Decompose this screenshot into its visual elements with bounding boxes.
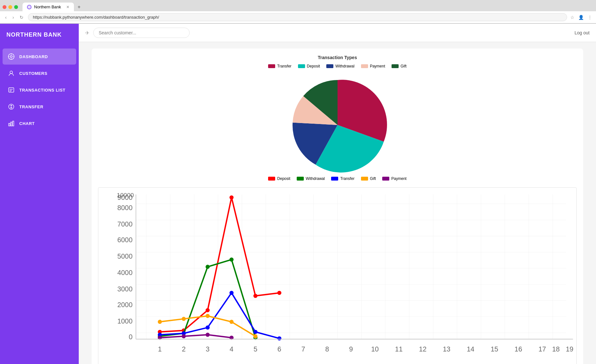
forward-button[interactable]: › <box>11 14 15 21</box>
nav-icon: ✈ <box>85 30 89 36</box>
sidebar-item-transactions[interactable]: TRANSACTIONS LIST <box>3 82 76 98</box>
line-label-gift: Gift <box>370 176 376 181</box>
dot-deposit-5 <box>253 294 257 298</box>
app-logo: NORTHERN BANK <box>0 24 79 46</box>
legend-label-gift: Gift <box>401 64 407 68</box>
sidebar-item-label: DASHBOARD <box>19 54 48 59</box>
maximize-dot[interactable] <box>14 5 18 9</box>
window-controls <box>3 5 18 9</box>
pie-chart-container <box>98 74 577 176</box>
y-label-0: 0 <box>129 333 132 341</box>
content-area: Transaction Types Transfer Deposit Withd… <box>79 42 596 364</box>
pie-legend: Transfer Deposit Withdrawal Payment <box>98 64 577 68</box>
legend-label-deposit: Deposit <box>307 64 320 68</box>
dot-deposit-4 <box>230 195 234 200</box>
header: ✈ Log out <box>79 24 596 42</box>
dot-deposit-3 <box>206 308 210 312</box>
reload-button[interactable]: ↻ <box>18 14 25 21</box>
legend-gift: Gift <box>392 64 407 68</box>
svg-point-2 <box>10 56 12 58</box>
account-icon[interactable]: 👤 <box>578 15 584 20</box>
tab-label: Northern Bank <box>34 4 61 9</box>
y-label-7000: 7000 <box>117 220 132 228</box>
line-color-withdrawal <box>297 177 304 181</box>
y-label-8000: 8000 <box>117 204 132 212</box>
customers-icon <box>8 70 15 77</box>
x-label-9: 9 <box>349 345 353 353</box>
legend-withdrawal: Withdrawal <box>326 64 354 68</box>
menu-icon[interactable]: ⋮ <box>588 15 592 20</box>
search-input[interactable] <box>93 28 190 38</box>
x-label-5: 5 <box>254 345 257 353</box>
svg-rect-14 <box>9 123 10 126</box>
legend-deposit: Deposit <box>298 64 320 68</box>
sidebar-item-transfer[interactable]: TRANSFER <box>3 99 76 115</box>
x-label-19: 19 <box>566 345 573 353</box>
close-dot[interactable] <box>3 5 6 9</box>
app-container: NORTHERN BANK DASHBOARD <box>0 24 596 364</box>
tab-close-button[interactable]: ✕ <box>66 5 69 9</box>
search-container <box>93 28 190 38</box>
logout-button[interactable]: Log out <box>574 30 590 35</box>
line-chart-container: 0 1000 2000 3000 4000 5000 6000 7000 800… <box>98 187 577 364</box>
x-label-7: 7 <box>301 345 305 353</box>
minimize-dot[interactable] <box>8 5 12 9</box>
sidebar-nav: DASHBOARD CUSTOMERS <box>0 46 79 134</box>
legend-color-withdrawal <box>326 64 333 68</box>
x-label-6: 6 <box>277 345 281 353</box>
x-label-2: 2 <box>182 345 186 353</box>
x-label-17: 17 <box>538 345 546 353</box>
chart-icon <box>8 120 15 127</box>
sidebar-item-dashboard[interactable]: DASHBOARD <box>3 49 76 65</box>
x-label-1: 1 <box>158 345 162 353</box>
sidebar-item-label: TRANSACTIONS LIST <box>19 88 66 93</box>
x-label-10: 10 <box>371 345 379 353</box>
x-label-3: 3 <box>206 345 210 353</box>
url-text: https://nubbank.pythonanywhere.com/dashb… <box>33 15 159 20</box>
y-label-10000: 10000 <box>117 192 134 199</box>
sidebar: NORTHERN BANK DASHBOARD <box>0 24 79 364</box>
browser-chrome: Northern Bank ✕ + ‹ › ↻ https://nubbank.… <box>0 0 596 24</box>
new-tab-button[interactable]: + <box>75 3 83 11</box>
dot-transfer-6 <box>277 336 282 341</box>
svg-rect-8 <box>9 88 14 92</box>
sidebar-item-label: CUSTOMERS <box>19 71 47 76</box>
y-label-4000: 4000 <box>117 269 132 277</box>
line-legend-transfer: Transfer <box>331 176 354 181</box>
dot-payment-2 <box>182 334 186 338</box>
legend-label-transfer: Transfer <box>277 64 291 68</box>
pie-chart-svg <box>283 74 392 176</box>
main-content: ✈ Log out Transaction Types Transfer <box>79 24 596 364</box>
y-label-5000: 5000 <box>117 253 132 260</box>
svg-point-0 <box>28 5 31 9</box>
dot-gift-4 <box>230 320 234 324</box>
sidebar-item-label: CHART <box>19 121 35 126</box>
sidebar-item-chart[interactable]: CHART <box>3 115 76 131</box>
x-label-8: 8 <box>325 345 329 353</box>
y-label-3000: 3000 <box>117 285 132 293</box>
line-label-deposit: Deposit <box>277 176 290 181</box>
legend-color-gift <box>392 64 399 68</box>
pie-chart-title: Transaction Types <box>98 55 577 60</box>
x-label-11: 11 <box>395 345 403 353</box>
active-tab[interactable]: Northern Bank ✕ <box>23 3 74 11</box>
x-label-4: 4 <box>230 345 233 353</box>
dot-transfer-3 <box>206 325 210 330</box>
svg-point-7 <box>10 71 13 74</box>
back-button[interactable]: ‹ <box>4 14 8 21</box>
line-legend-gift: Gift <box>361 176 376 181</box>
dot-gift-2 <box>182 317 186 321</box>
dot-withdrawal-3 <box>206 265 210 269</box>
dot-gift-1 <box>158 320 162 324</box>
line-legend-payment: Payment <box>382 176 406 181</box>
bookmark-icon[interactable]: ☆ <box>570 15 574 20</box>
x-label-14: 14 <box>467 345 474 353</box>
line-chart-svg: 0 1000 2000 3000 4000 5000 6000 7000 800… <box>98 187 577 364</box>
legend-color-deposit <box>298 64 305 68</box>
url-input[interactable]: https://nubbank.pythonanywhere.com/dashb… <box>28 13 567 21</box>
line-legend-deposit: Deposit <box>268 176 290 181</box>
y-label-2000: 2000 <box>117 301 132 309</box>
sidebar-item-customers[interactable]: CUSTOMERS <box>3 65 76 81</box>
legend-payment: Payment <box>361 64 385 68</box>
line-color-deposit <box>268 177 275 181</box>
